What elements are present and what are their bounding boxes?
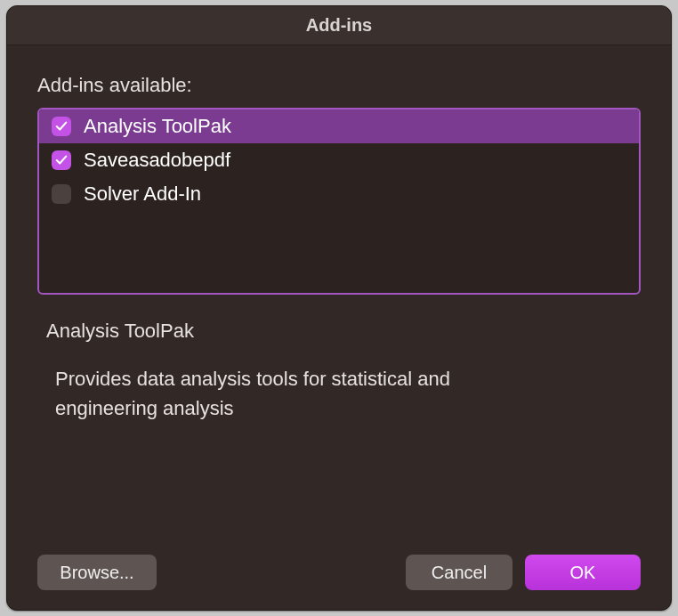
ok-button[interactable]: OK xyxy=(525,555,641,590)
list-item-label: Saveasadobepdf xyxy=(84,149,230,172)
description-text: Provides data analysis tools for statist… xyxy=(55,364,553,423)
browse-button[interactable]: Browse... xyxy=(37,555,157,590)
list-item-label: Solver Add-In xyxy=(84,182,201,206)
check-icon xyxy=(55,120,68,133)
checkbox[interactable] xyxy=(52,117,71,136)
titlebar: Add-ins xyxy=(7,6,671,45)
dialog-title: Add-ins xyxy=(306,15,372,36)
checkbox[interactable] xyxy=(52,150,71,170)
list-item[interactable]: Solver Add-In xyxy=(39,177,639,211)
list-item[interactable]: Saveasadobepdf xyxy=(39,143,639,177)
description-title: Analysis ToolPak xyxy=(46,320,641,343)
cancel-button[interactable]: Cancel xyxy=(406,555,513,590)
checkbox[interactable] xyxy=(52,184,71,204)
list-item[interactable]: Analysis ToolPak xyxy=(39,109,639,143)
addins-listbox[interactable]: Analysis ToolPakSaveasadobepdfSolver Add… xyxy=(37,108,641,295)
dialog-content: Add-ins available: Analysis ToolPakSavea… xyxy=(7,45,671,610)
check-icon xyxy=(55,154,68,166)
list-item-label: Analysis ToolPak xyxy=(84,115,231,138)
available-label: Add-ins available: xyxy=(37,74,641,97)
button-row: Browse... Cancel OK xyxy=(37,555,641,590)
addins-dialog: Add-ins Add-ins available: Analysis Tool… xyxy=(6,5,672,611)
